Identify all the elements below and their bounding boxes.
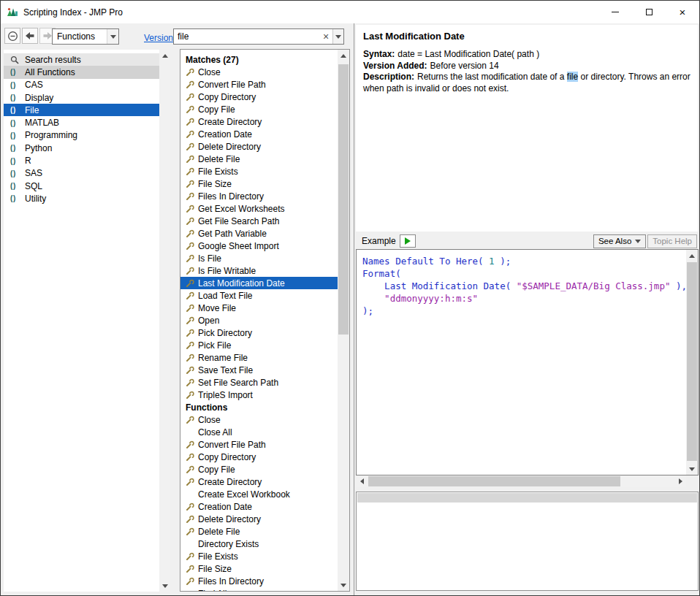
jmp-logo-icon: [7, 7, 18, 18]
scroll-up-icon[interactable]: [159, 50, 170, 61]
function-item-save-text-file[interactable]: Save Text File: [180, 364, 338, 376]
function-item-close[interactable]: Close: [180, 413, 338, 426]
run-example-button[interactable]: [400, 234, 416, 248]
function-item-copy-file[interactable]: Copy File: [180, 103, 338, 115]
function-item-delete-file[interactable]: Delete File: [180, 525, 338, 538]
function-item-copy-directory[interactable]: Copy Directory: [180, 91, 338, 103]
wrench-icon: [186, 354, 198, 362]
function-item-set-file-search-path[interactable]: Set File Search Path: [180, 376, 338, 389]
function-item-pick-file[interactable]: Pick File: [180, 339, 338, 351]
function-item-last-modification-date[interactable]: Last Modification Date: [180, 277, 338, 289]
function-item-file-size[interactable]: File Size: [180, 562, 338, 575]
function-item-delete-directory[interactable]: Delete Directory: [180, 513, 338, 525]
code-vertical-scrollbar[interactable]: [686, 250, 698, 475]
function-item-google-sheet-import[interactable]: Google Sheet Import: [180, 240, 338, 252]
sidebar-item-search-results[interactable]: Search results: [4, 53, 159, 66]
function-item-creation-date[interactable]: Creation Date: [180, 128, 338, 140]
function-item-creation-date[interactable]: Creation Date: [180, 500, 338, 513]
scroll-down-icon[interactable]: [159, 580, 170, 592]
function-item-load-text-file[interactable]: Load Text File: [180, 289, 338, 302]
scrollbar-thumb[interactable]: [368, 476, 620, 486]
function-item-label: TripleS Import: [198, 390, 253, 400]
topic-help-button[interactable]: Topic Help: [647, 234, 697, 248]
function-item-get-file-search-path[interactable]: Get File Search Path: [180, 215, 338, 227]
sidebar-item-programming[interactable]: ( )Programming: [4, 129, 159, 142]
function-item-file-size[interactable]: File Size: [180, 177, 338, 190]
scroll-up-icon[interactable]: [686, 250, 698, 261]
sidebar-item-matlab[interactable]: ( )MATLAB: [4, 116, 159, 129]
function-item-delete-file[interactable]: Delete File: [180, 153, 338, 165]
clear-search-icon[interactable]: ×: [319, 31, 332, 42]
parentheses-icon: ( ): [10, 93, 25, 102]
results-scrollbar[interactable]: [338, 50, 349, 591]
sidebar-item-utility[interactable]: ( )Utility: [4, 192, 159, 205]
function-item-files-in-directory[interactable]: Files In Directory: [180, 575, 338, 587]
version-link[interactable]: Version: [144, 33, 173, 43]
sidebar-item-r[interactable]: ( )R: [4, 154, 159, 167]
function-item-triples-import[interactable]: TripleS Import: [180, 389, 338, 401]
wrench-icon: [186, 205, 198, 213]
scrollbar-thumb[interactable]: [687, 262, 697, 461]
function-item-create-excel-workbook[interactable]: Create Excel Workbook: [180, 488, 338, 500]
sidebar-item-all-functions[interactable]: ( )All Functions: [4, 66, 159, 78]
function-item-delete-directory[interactable]: Delete Directory: [180, 140, 338, 153]
scroll-up-icon[interactable]: [338, 50, 349, 61]
forward-arrow-icon: [42, 31, 53, 40]
function-item-copy-file[interactable]: Copy File: [180, 463, 338, 475]
function-item-file-exists[interactable]: File Exists: [180, 165, 338, 177]
function-item-label: Close: [198, 67, 221, 77]
function-item-convert-file-path[interactable]: Convert File Path: [180, 438, 338, 451]
scrollbar-thumb[interactable]: [338, 64, 349, 335]
parentheses-icon: ( ): [10, 119, 25, 127]
function-item-create-directory[interactable]: Create Directory: [180, 475, 338, 488]
function-item-label: File Exists: [198, 167, 238, 177]
sidebar-item-label: Search results: [25, 55, 81, 65]
close-button[interactable]: ×: [666, 1, 699, 23]
code-horizontal-scrollbar[interactable]: [356, 475, 686, 487]
function-item-files-in-directory[interactable]: Files In Directory: [180, 190, 338, 202]
function-item-close-all[interactable]: Close All: [180, 426, 338, 438]
function-item-label: Delete Directory: [198, 142, 261, 152]
close-icon: ×: [680, 7, 686, 18]
back-button[interactable]: [22, 28, 38, 44]
scroll-down-icon[interactable]: [686, 463, 698, 475]
function-item-close[interactable]: Close: [180, 66, 338, 78]
function-item-convert-file-path[interactable]: Convert File Path: [180, 78, 338, 91]
sidebar-item-python[interactable]: ( )Python: [4, 142, 159, 154]
function-item-is-file-writable[interactable]: Is File Writable: [180, 264, 338, 277]
function-item-pick-directory[interactable]: Pick Directory: [180, 326, 338, 339]
maximize-button[interactable]: [632, 1, 666, 23]
function-item-label: Rename File: [198, 353, 248, 363]
function-item-is-file[interactable]: Is File: [180, 252, 338, 264]
function-item-get-excel-worksheets[interactable]: Get Excel Worksheets: [180, 202, 338, 215]
category-scrollbar[interactable]: [159, 50, 170, 592]
scroll-left-icon[interactable]: [356, 475, 368, 487]
chevron-down-icon: [107, 29, 118, 44]
function-item-get-path-variable[interactable]: Get Path Variable: [180, 227, 338, 240]
function-item-rename-file[interactable]: Rename File: [180, 351, 338, 364]
function-item-copy-directory[interactable]: Copy Directory: [180, 451, 338, 463]
sidebar-item-display[interactable]: ( )Display: [4, 91, 159, 104]
scroll-right-icon[interactable]: [674, 475, 686, 487]
function-item-create-directory[interactable]: Create Directory: [180, 115, 338, 128]
search-history-dropdown[interactable]: [332, 29, 343, 44]
function-item-directory-exists[interactable]: Directory Exists: [180, 538, 338, 550]
wrench-icon: [186, 155, 198, 164]
category-dropdown[interactable]: Functions: [52, 28, 119, 45]
scroll-down-icon[interactable]: [338, 579, 349, 591]
description-line: Description:Returns the last modificatio…: [363, 72, 691, 94]
function-item-file-exists[interactable]: File Exists: [180, 550, 338, 562]
sidebar-item-file[interactable]: ( )File: [4, 104, 159, 116]
function-item-find-all[interactable]: Find All: [180, 587, 338, 591]
function-item-move-file[interactable]: Move File: [180, 302, 338, 314]
search-input[interactable]: [174, 31, 319, 42]
wrench-icon: [186, 391, 198, 400]
minimize-button[interactable]: [598, 1, 632, 23]
example-code[interactable]: Names Default To Here( 1 );Format( Last …: [357, 250, 685, 475]
sidebar-item-sas[interactable]: ( )SAS: [4, 167, 159, 180]
sidebar-item-sql[interactable]: ( )SQL: [4, 180, 159, 192]
function-item-open[interactable]: Open: [180, 314, 338, 326]
sidebar-item-cas[interactable]: ( )CAS: [4, 79, 159, 91]
collapse-button[interactable]: [4, 28, 20, 44]
see-also-dropdown[interactable]: See Also: [593, 234, 646, 248]
